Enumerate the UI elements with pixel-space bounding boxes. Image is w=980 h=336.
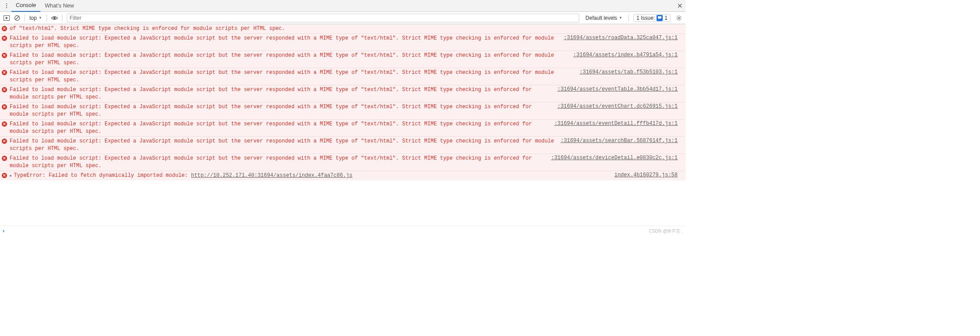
error-icon: ✕	[2, 53, 7, 58]
console-error-row: ✕Failed to load module script: Expected …	[0, 68, 686, 85]
error-icon: ✕	[2, 104, 7, 110]
error-source-link[interactable]: :31694/assets/eventTable.3bb54d17.js:1	[557, 86, 683, 101]
console-prompt[interactable]: ›	[0, 226, 686, 235]
tab-console[interactable]: Console	[11, 0, 40, 12]
eye-icon	[51, 15, 58, 21]
svg-line-5	[15, 16, 19, 20]
error-icon: ✕	[2, 36, 7, 41]
error-icon: ✕	[2, 156, 7, 161]
tab-whats-new[interactable]: What's New	[40, 0, 78, 12]
error-source-link[interactable]: :31694/assets/searchBar.5687614f.js:1	[561, 138, 683, 153]
console-messages: ✕of "text/html". Strict MIME type checki…	[0, 24, 686, 226]
sidebar-play-icon	[4, 15, 10, 21]
svg-point-6	[53, 17, 55, 19]
toolbar-separator	[47, 15, 47, 22]
error-link[interactable]: http://10.252.171.40:31694/assets/index.…	[191, 172, 352, 179]
console-toolbar: top ▼ Default levels ▼ 1 Issue: 1	[0, 12, 686, 24]
watermark: CSDN @李不言 ,	[649, 228, 683, 234]
filter-input[interactable]	[67, 14, 580, 22]
clear-icon	[14, 15, 20, 21]
chevron-down-icon: ▼	[39, 16, 42, 20]
issue-chat-icon	[657, 15, 663, 21]
live-expression-button[interactable]	[50, 13, 59, 23]
error-source-link[interactable]: :31694/assets/index.b4791a54.js:1	[573, 52, 683, 67]
console-error-row: ✕▶TypeError: Failed to fetch dynamically…	[0, 171, 686, 180]
error-icon: ✕	[2, 173, 7, 178]
console-error-row: ✕Failed to load module script: Expected …	[0, 119, 686, 136]
prompt-caret-icon: ›	[3, 227, 4, 234]
console-error-row: ✕Failed to load module script: Expected …	[0, 85, 686, 102]
levels-label: Default levels	[585, 15, 617, 21]
error-message-text: Failed to load module script: Expected a…	[10, 121, 550, 135]
error-message-text: Failed to load module script: Expected a…	[10, 103, 553, 118]
log-levels-selector[interactable]: Default levels ▼	[582, 15, 626, 21]
error-icon: ✕	[2, 121, 7, 127]
error-message-text: TypeError: Failed to fetch dynamically i…	[14, 172, 610, 179]
expand-triangle-icon[interactable]: ▶	[10, 173, 12, 178]
toolbar-separator	[25, 15, 25, 22]
kebab-icon	[4, 3, 10, 9]
error-message-text: Failed to load module script: Expected a…	[10, 35, 559, 50]
settings-button[interactable]	[674, 13, 684, 23]
error-message-text: Failed to load module script: Expected a…	[10, 138, 556, 153]
chevron-down-icon: ▼	[619, 16, 622, 20]
issues-button[interactable]: 1 Issue: 1	[633, 14, 671, 22]
error-source-link[interactable]: :31694/assets/deviceDetail.e0830c2c.js:1	[551, 155, 683, 170]
close-icon[interactable]	[677, 3, 683, 9]
error-icon: ✕	[2, 70, 7, 75]
console-error-row: ✕Failed to load module script: Expected …	[0, 33, 686, 51]
tab-bar: Console What's New	[0, 0, 686, 12]
svg-point-7	[678, 17, 680, 19]
issue-count: 1	[664, 15, 668, 21]
error-source-link[interactable]: index.4b160279.js:58	[614, 172, 683, 179]
svg-point-2	[6, 7, 7, 8]
more-tabs-button[interactable]	[2, 0, 11, 12]
error-icon: ✕	[2, 87, 7, 92]
error-message-text: Failed to load module script: Expected a…	[10, 69, 575, 84]
context-selector[interactable]: top ▼	[28, 13, 44, 23]
error-icon: ✕	[2, 139, 7, 144]
gear-icon	[676, 15, 682, 21]
error-message-text: Failed to load module script: Expected a…	[10, 52, 569, 67]
console-error-row: ✕of "text/html". Strict MIME type checki…	[0, 24, 686, 33]
error-source-link[interactable]: :31694/assets/tab.f53b5103.js:1	[580, 69, 683, 84]
toolbar-separator	[62, 15, 62, 22]
error-message-text: of "text/html". Strict MIME type checkin…	[10, 25, 683, 33]
error-source-link[interactable]: :31694/assets/eventChart.dc626915.js:1	[557, 103, 683, 118]
issue-label: 1 Issue:	[636, 15, 655, 21]
error-icon: ✕	[2, 26, 7, 31]
error-source-link[interactable]: :31694/assets/eventDetail.fffb417d.js:1	[554, 121, 683, 135]
error-source-link[interactable]: :31694/assets/roadData.325ca047.js:1	[564, 35, 683, 50]
error-message-text: Failed to load module script: Expected a…	[10, 86, 553, 101]
svg-point-1	[6, 5, 7, 6]
clear-console-button[interactable]	[12, 13, 22, 23]
console-error-row: ✕Failed to load module script: Expected …	[0, 153, 686, 171]
toolbar-separator	[628, 15, 629, 22]
context-label: top	[29, 15, 37, 21]
console-error-row: ✕Failed to load module script: Expected …	[0, 136, 686, 153]
error-message-text: Failed to load module script: Expected a…	[10, 155, 547, 170]
toggle-sidebar-button[interactable]	[2, 13, 11, 23]
svg-point-0	[6, 3, 7, 4]
console-error-row: ✕Failed to load module script: Expected …	[0, 51, 686, 68]
console-error-row: ✕Failed to load module script: Expected …	[0, 102, 686, 119]
